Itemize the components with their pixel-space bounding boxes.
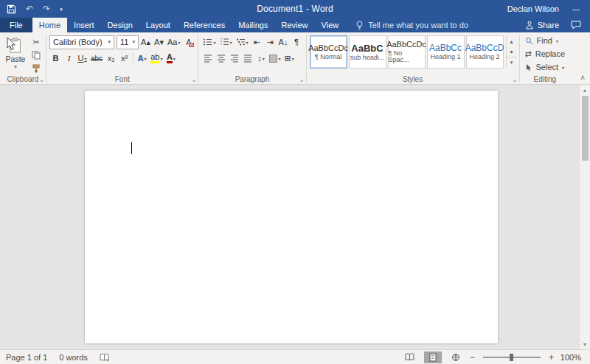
shrink-font-button[interactable]: A▾ <box>153 35 165 49</box>
customize-quick-access-button[interactable]: ▾ <box>60 7 63 12</box>
font-size-combo[interactable]: 11 ▾ <box>117 35 139 49</box>
minimize-button[interactable]: — <box>572 5 580 13</box>
underline-button[interactable]: U▾ <box>76 52 88 66</box>
tell-me-box[interactable]: Tell me what you want to do <box>355 18 468 32</box>
grow-font-button[interactable]: A▴ <box>139 35 152 49</box>
zoom-slider-thumb[interactable] <box>510 354 513 361</box>
increase-indent-button[interactable]: ⇥ <box>264 35 277 49</box>
style-heading-2[interactable]: AaBbCcD Heading 2 <box>466 35 504 69</box>
text-effects-button[interactable]: A▾ <box>136 52 148 66</box>
numbering-button[interactable]: ▾ <box>218 35 234 49</box>
borders-button[interactable]: ⊞▾ <box>283 52 296 66</box>
document-page[interactable] <box>85 91 498 343</box>
page-indicator[interactable]: Page 1 of 1 <box>6 353 47 362</box>
italic-button[interactable]: I <box>63 52 75 66</box>
share-label: Share <box>538 21 559 29</box>
styles-group-label: Styles <box>309 74 517 84</box>
styles-dialog-launcher[interactable]: ⌄ <box>513 77 518 83</box>
tab-review[interactable]: Review <box>275 18 315 32</box>
copy-button[interactable] <box>30 50 42 60</box>
change-case-button[interactable]: Aa▾ <box>166 35 181 49</box>
select-button[interactable]: Select ▾ <box>525 62 566 73</box>
styles-group: AaBbCcDc ¶ Normal AaBbC sub headi... AaB… <box>307 32 519 84</box>
proofing-status-button[interactable] <box>100 353 109 362</box>
justify-button[interactable] <box>241 52 254 66</box>
subscript-button[interactable]: x₂ <box>105 52 117 66</box>
zoom-level[interactable]: 100% <box>559 353 581 362</box>
word-window: ↶ ↷ ▾ Document1 - Word Declan Wilson — F… <box>0 0 590 364</box>
superscript-button[interactable]: x² <box>118 52 131 66</box>
font-name-combo[interactable]: Calibri (Body) ▾ <box>49 35 114 49</box>
zoom-slider[interactable] <box>483 357 541 358</box>
paragraph-dialog-launcher[interactable]: ⌄ <box>299 77 305 83</box>
text-highlight-button[interactable]: ab▾ <box>149 52 164 66</box>
share-button[interactable]: Share <box>525 21 559 29</box>
font-dialog-launcher[interactable]: ⌄ <box>192 77 197 83</box>
numbering-icon <box>220 38 229 46</box>
scroll-up-button[interactable]: ▲ <box>580 85 590 95</box>
tab-view[interactable]: View <box>315 18 346 32</box>
word-count[interactable]: 0 words <box>59 353 88 362</box>
share-icon <box>525 21 534 29</box>
user-name[interactable]: Declan Wilson <box>507 4 559 13</box>
tab-references[interactable]: References <box>177 18 232 32</box>
vertical-scrollbar[interactable]: ▲ ▼ <box>579 85 590 349</box>
scroll-down-button[interactable]: ▼ <box>580 339 590 349</box>
styles-gallery-up-button[interactable]: ▲ <box>507 36 517 46</box>
read-mode-button[interactable] <box>401 351 419 363</box>
collapse-ribbon-button[interactable]: ˄ <box>580 74 585 82</box>
style-no-spacing[interactable]: AaBbCcDc ¶ No Spac... <box>388 35 426 69</box>
tab-design[interactable]: Design <box>101 18 139 32</box>
font-color-button[interactable]: A▾ <box>164 52 177 66</box>
font-group-label: Font <box>49 74 195 84</box>
tabrow-right: Share <box>525 18 590 32</box>
clipboard-dialog-launcher[interactable]: ⌄ <box>39 77 44 83</box>
decrease-indent-button[interactable]: ⇤ <box>251 35 263 49</box>
replace-button[interactable]: ⇄ Replace <box>525 49 566 60</box>
redo-button[interactable]: ↷ <box>43 4 50 13</box>
clear-formatting-button[interactable]: A <box>182 35 195 49</box>
paste-button[interactable]: Paste ▾ <box>2 34 29 74</box>
editing-group: Find ▾ ⇄ Replace Select ▾ Editing <box>520 32 571 84</box>
align-right-button[interactable] <box>228 52 240 66</box>
tab-home[interactable]: Home <box>32 18 67 32</box>
scrollbar-thumb[interactable] <box>582 96 589 161</box>
comment-icon[interactable] <box>571 21 581 29</box>
zoom-out-button[interactable]: − <box>470 353 475 362</box>
align-left-button[interactable] <box>201 52 214 66</box>
undo-button[interactable]: ↶ <box>26 4 33 13</box>
bold-button[interactable]: B <box>49 52 62 66</box>
save-button[interactable] <box>7 4 16 14</box>
format-painter-button[interactable] <box>30 63 42 74</box>
ribbon-tab-row: File Home Insert Design Layout Reference… <box>0 18 590 32</box>
tab-file[interactable]: File <box>0 18 32 32</box>
styles-gallery-down-button[interactable]: ▼ <box>507 46 517 57</box>
tab-mailings[interactable]: Mailings <box>232 18 274 32</box>
shading-swatch <box>269 55 277 63</box>
bullets-button[interactable]: ▾ <box>201 35 217 49</box>
multilevel-list-button[interactable]: ▾ <box>235 35 250 49</box>
sort-button[interactable]: A↓ <box>277 35 290 49</box>
cut-button[interactable]: ✂ <box>30 37 42 47</box>
line-spacing-button[interactable]: ↕▾ <box>254 52 267 66</box>
align-center-button[interactable] <box>215 52 227 66</box>
styles-gallery-more-button[interactable]: ▾ <box>507 57 517 67</box>
find-button[interactable]: Find ▾ <box>525 35 566 46</box>
editing-group-label: Editing <box>522 74 569 84</box>
print-layout-button[interactable] <box>424 351 442 363</box>
copy-icon <box>32 51 41 60</box>
statusbar-right: − + 100% <box>401 351 584 363</box>
style-heading-1[interactable]: AaBbCc Heading 1 <box>427 35 465 69</box>
web-layout-button[interactable] <box>447 351 465 363</box>
ribbon: Paste ▾ ✂ Clipboard ⌄ <box>0 32 590 85</box>
web-layout-icon <box>451 353 460 362</box>
tab-layout[interactable]: Layout <box>139 18 177 32</box>
zoom-in-button[interactable]: + <box>549 353 554 362</box>
clipboard-group-label: Clipboard <box>2 74 44 84</box>
style-sub-heading[interactable]: AaBbC sub headi... <box>349 35 386 69</box>
show-hide-pilcrow-button[interactable]: ¶ <box>291 35 303 49</box>
strikethrough-button[interactable]: abc <box>89 52 104 66</box>
shading-button[interactable]: ▾ <box>268 52 282 66</box>
tab-insert[interactable]: Insert <box>67 18 101 32</box>
style-normal[interactable]: AaBbCcDc ¶ Normal <box>310 35 347 69</box>
